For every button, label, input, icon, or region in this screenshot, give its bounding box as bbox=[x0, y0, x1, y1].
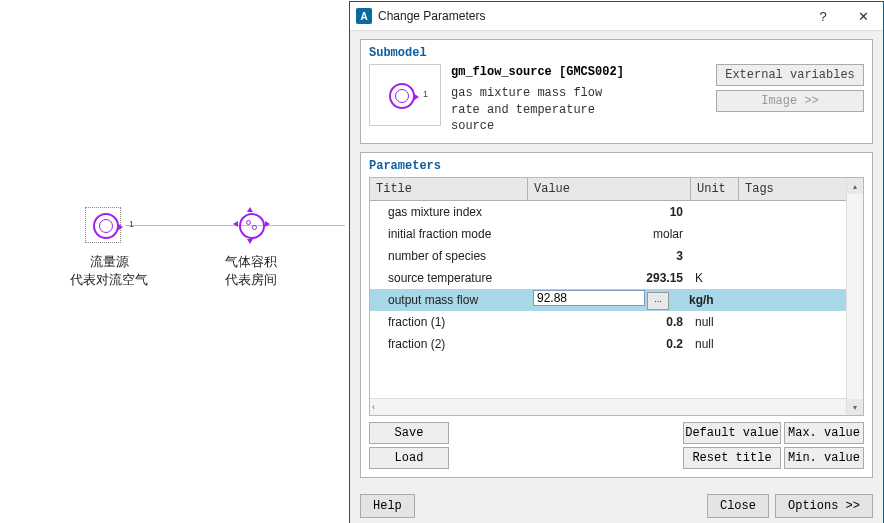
change-parameters-dialog: A Change Parameters ? ✕ Submodel 1 gm_fl… bbox=[349, 1, 884, 523]
node-label: 气体容积 bbox=[225, 253, 277, 271]
parameters-table: Title Value Unit Tags gas mixture index1… bbox=[369, 177, 864, 416]
volume-icon bbox=[239, 213, 265, 239]
table-row[interactable]: gas mixture index10 bbox=[370, 201, 863, 223]
param-value: 3 bbox=[533, 249, 689, 263]
submodel-description: gas mixture mass flow rate and temperatu… bbox=[451, 85, 621, 135]
help-button[interactable]: Help bbox=[360, 494, 415, 518]
parameters-group: Parameters Title Value Unit Tags gas mix… bbox=[360, 152, 873, 478]
vertical-scrollbar[interactable]: ▴ ▾ bbox=[846, 178, 863, 415]
arrow-icon bbox=[247, 239, 253, 247]
options-button[interactable]: Options >> bbox=[775, 494, 873, 518]
arrow-icon bbox=[230, 221, 238, 227]
param-value: molar bbox=[533, 227, 689, 241]
table-header: Title Value Unit Tags bbox=[370, 178, 863, 201]
param-value: 0.8 bbox=[533, 315, 689, 329]
node-flow-source[interactable]: 1 流量源 代表对流空气 bbox=[70, 205, 148, 289]
table-row[interactable]: number of species3 bbox=[370, 245, 863, 267]
flow-source-icon bbox=[389, 83, 415, 109]
param-value: 0.2 bbox=[533, 337, 689, 351]
table-row[interactable]: fraction (2)0.2null bbox=[370, 333, 863, 355]
group-label: Submodel bbox=[369, 46, 864, 60]
param-title: gas mixture index bbox=[370, 205, 533, 219]
reset-title-button[interactable]: Reset title bbox=[683, 447, 781, 469]
close-button[interactable]: Close bbox=[707, 494, 769, 518]
col-unit[interactable]: Unit bbox=[691, 178, 739, 200]
col-value[interactable]: Value bbox=[528, 178, 691, 200]
param-unit: kg/h bbox=[683, 293, 724, 307]
table-row[interactable]: initial fraction modemolar bbox=[370, 223, 863, 245]
param-title: source temperature bbox=[370, 271, 533, 285]
load-button[interactable]: Load bbox=[369, 447, 449, 469]
arrow-icon bbox=[247, 204, 253, 212]
horizontal-scrollbar[interactable]: ‹ › bbox=[370, 398, 863, 415]
titlebar[interactable]: A Change Parameters ? ✕ bbox=[350, 2, 883, 31]
table-row[interactable]: output mass flow...kg/h bbox=[370, 289, 863, 311]
param-title: fraction (2) bbox=[370, 337, 533, 351]
window-title: Change Parameters bbox=[378, 9, 803, 23]
port-number: 1 bbox=[423, 89, 428, 99]
default-value-button[interactable]: Default value bbox=[683, 422, 781, 444]
help-button[interactable]: ? bbox=[803, 2, 843, 30]
node-label: 代表对流空气 bbox=[70, 271, 148, 289]
flow-source-icon bbox=[93, 213, 119, 239]
arrow-icon bbox=[413, 93, 419, 101]
param-title: output mass flow bbox=[370, 293, 533, 307]
arrow-icon bbox=[265, 221, 273, 227]
image-button[interactable]: Image >> bbox=[716, 90, 864, 112]
param-value[interactable]: ... bbox=[533, 290, 683, 310]
scroll-down-icon[interactable]: ▾ bbox=[847, 399, 863, 415]
table-row[interactable]: source temperature293.15K bbox=[370, 267, 863, 289]
node-gas-volume[interactable]: 气体容积 代表房间 bbox=[225, 205, 277, 289]
scroll-left-icon[interactable]: ‹ bbox=[372, 402, 375, 412]
col-title[interactable]: Title bbox=[370, 178, 528, 200]
value-input[interactable] bbox=[533, 290, 645, 306]
submodel-title: gm_flow_source [GMCS002] bbox=[451, 64, 706, 81]
table-row[interactable]: fraction (1)0.8null bbox=[370, 311, 863, 333]
save-button[interactable]: Save bbox=[369, 422, 449, 444]
node-label: 代表房间 bbox=[225, 271, 277, 289]
param-unit: null bbox=[689, 315, 730, 329]
node-label: 流量源 bbox=[70, 253, 148, 271]
close-button[interactable]: ✕ bbox=[843, 2, 883, 30]
param-title: fraction (1) bbox=[370, 315, 533, 329]
app-icon: A bbox=[356, 8, 372, 24]
group-label: Parameters bbox=[369, 159, 864, 173]
param-value: 293.15 bbox=[533, 271, 689, 285]
port-number: 1 bbox=[129, 219, 134, 229]
max-value-button[interactable]: Max. value bbox=[784, 422, 864, 444]
submodel-group: Submodel 1 gm_flow_source [GMCS002] gas … bbox=[360, 39, 873, 144]
col-tags[interactable]: Tags bbox=[739, 178, 863, 200]
param-unit: null bbox=[689, 337, 730, 351]
min-value-button[interactable]: Min. value bbox=[784, 447, 864, 469]
submodel-thumbnail: 1 bbox=[369, 64, 441, 126]
external-variables-button[interactable]: External variables bbox=[716, 64, 864, 86]
param-unit: K bbox=[689, 271, 730, 285]
value-more-button[interactable]: ... bbox=[647, 292, 669, 310]
arrow-icon bbox=[117, 223, 123, 231]
scroll-up-icon[interactable]: ▴ bbox=[847, 178, 863, 194]
param-title: initial fraction mode bbox=[370, 227, 533, 241]
param-title: number of species bbox=[370, 249, 533, 263]
param-value: 10 bbox=[533, 205, 689, 219]
